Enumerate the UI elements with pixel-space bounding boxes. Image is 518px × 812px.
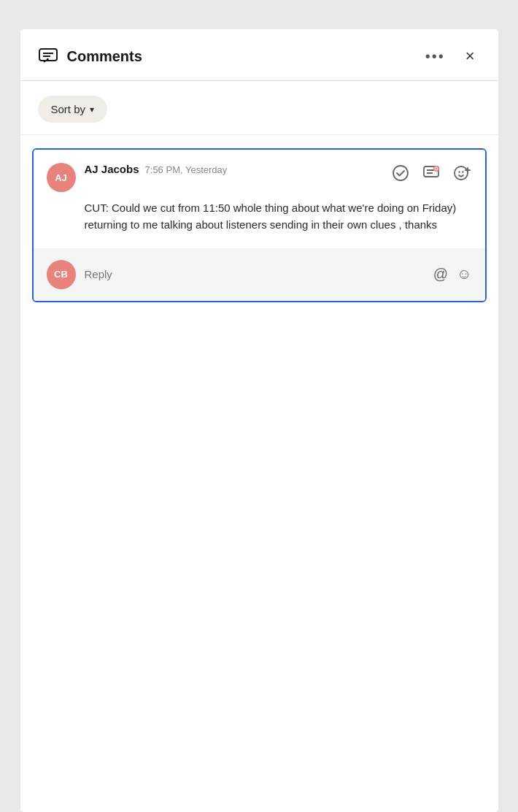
reply-icons: @ ☺ <box>433 266 472 283</box>
comment-author: AJ Jacobs <box>85 163 139 175</box>
comment-main: AJ AJ Jacobs 7:56 PM, Yesterday <box>34 150 485 248</box>
sort-by-button[interactable]: Sort by ▾ <box>38 96 108 123</box>
comments-icon <box>38 46 58 66</box>
panel-header: Comments ••• × <box>20 29 498 81</box>
avatar: AJ <box>47 163 76 192</box>
mention-icon[interactable]: @ <box>433 266 448 283</box>
more-options-button[interactable]: ••• <box>420 46 451 66</box>
panel-title: Comments <box>67 48 411 65</box>
comment-timestamp: 7:56 PM, Yesterday <box>145 164 228 175</box>
resolve-icon[interactable] <box>390 163 411 183</box>
emoji-icon[interactable]: ☺ <box>457 266 471 283</box>
reply-input[interactable] <box>85 268 425 280</box>
add-reaction-icon[interactable] <box>452 163 472 183</box>
comments-panel: Comments ••• × Sort by ▾ AJ AJ Jacobs 7:… <box>20 29 498 812</box>
reply-area: CB @ ☺ <box>34 248 485 301</box>
svg-point-10 <box>458 171 460 172</box>
reply-avatar: CB <box>47 260 76 289</box>
svg-point-8 <box>435 167 438 170</box>
panel-toolbar: Sort by ▾ <box>20 81 498 135</box>
comment-actions <box>390 163 472 183</box>
comment-header-row: AJ AJ Jacobs 7:56 PM, Yesterday <box>47 163 472 192</box>
comment-meta: AJ Jacobs 7:56 PM, Yesterday <box>85 163 382 175</box>
comment-block: AJ AJ Jacobs 7:56 PM, Yesterday <box>32 148 487 302</box>
svg-point-3 <box>393 166 408 180</box>
comment-body: CUT: Could we cut from 11:50 whole thing… <box>47 199 472 234</box>
svg-point-11 <box>462 171 463 172</box>
thread-icon[interactable] <box>421 163 441 183</box>
svg-point-9 <box>455 166 468 180</box>
close-button[interactable]: × <box>460 45 481 67</box>
empty-area <box>20 315 498 571</box>
chevron-down-icon: ▾ <box>90 104 94 115</box>
sort-by-label: Sort by <box>51 103 86 115</box>
